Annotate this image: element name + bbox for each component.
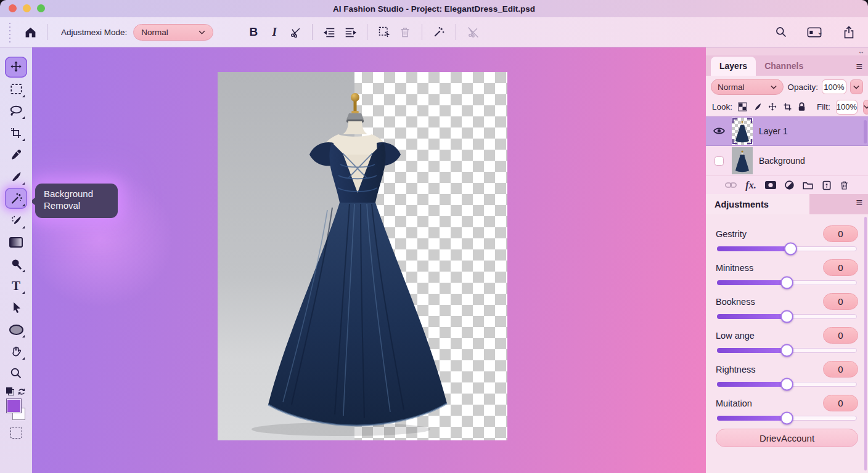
slider-thumb[interactable] — [780, 378, 793, 391]
rightness-slider[interactable] — [717, 382, 857, 387]
fill-dropdown-button[interactable] — [863, 100, 868, 115]
opacity-value[interactable]: 100% — [822, 79, 846, 94]
text-tool[interactable]: T — [5, 275, 27, 296]
slider-thumb[interactable] — [780, 310, 793, 323]
muitation-slider[interactable] — [717, 416, 857, 421]
lasso-tool[interactable] — [5, 100, 27, 121]
slider-value[interactable]: 0 — [823, 361, 858, 378]
gradient-tool[interactable] — [5, 232, 27, 253]
swap-colors-icon[interactable] — [17, 387, 26, 396]
new-layer-button[interactable] — [822, 180, 831, 190]
hand-tool[interactable] — [5, 341, 27, 362]
foreground-color-swatch[interactable] — [7, 399, 21, 413]
delete-button[interactable] — [395, 22, 416, 42]
share-button[interactable] — [838, 22, 859, 42]
new-group-button[interactable] — [803, 181, 813, 190]
visibility-eye-icon[interactable] — [712, 127, 726, 135]
default-colors-icon[interactable] — [6, 387, 14, 395]
search-button[interactable] — [771, 22, 792, 42]
ellipse-icon — [9, 325, 23, 335]
layer-thumbnail[interactable] — [732, 147, 753, 174]
zoom-window-button[interactable] — [37, 4, 45, 12]
blend-mode-value: Normal — [718, 83, 745, 92]
slider-thumb[interactable] — [780, 344, 793, 357]
slider-thumb[interactable] — [780, 277, 793, 289]
collapse-panel-icon[interactable]: ↔ — [858, 48, 864, 55]
italic-button[interactable]: I — [264, 22, 285, 42]
marquee-icon — [10, 83, 23, 95]
chevron-down-icon: ⌄ — [817, 28, 823, 36]
eyedropper-tool[interactable] — [5, 144, 27, 165]
layer-thumbnail[interactable] — [732, 118, 753, 145]
bookness-slider[interactable] — [717, 314, 857, 319]
indent-left-button[interactable] — [319, 22, 340, 42]
slider-value[interactable]: 0 — [823, 225, 858, 242]
slider-value[interactable]: 0 — [823, 395, 858, 411]
tab-layers[interactable]: Layers — [711, 57, 756, 76]
minimize-button[interactable] — [23, 4, 31, 12]
zoom-tool[interactable] — [5, 363, 27, 384]
lock-all-button[interactable] — [798, 102, 806, 111]
layer-mask-button[interactable] — [765, 181, 776, 189]
blur-tool[interactable] — [5, 254, 27, 275]
brush-icon — [753, 102, 762, 111]
home-button[interactable] — [20, 22, 41, 42]
document-canvas[interactable] — [218, 72, 507, 440]
magic-wand-button[interactable] — [428, 22, 449, 42]
tab-channels[interactable]: Channels — [756, 57, 812, 76]
adjustment-layer-button[interactable] — [785, 180, 794, 190]
driev-account-button[interactable]: DrievAccount — [716, 429, 858, 447]
visibility-checkbox[interactable] — [712, 156, 726, 166]
scissors-disabled-button[interactable] — [462, 22, 483, 42]
layer-row-background[interactable]: Background — [706, 146, 868, 176]
panel-layout-button[interactable]: ⌄ — [800, 22, 830, 42]
slider-thumb[interactable] — [784, 243, 797, 256]
close-button[interactable] — [9, 4, 17, 12]
slider-value[interactable]: 0 — [823, 293, 858, 310]
delete-layer-button[interactable] — [840, 180, 849, 190]
bold-button[interactable]: B — [243, 22, 264, 42]
adjustments-title: Adjustments — [706, 194, 809, 214]
crop-tool[interactable] — [5, 123, 27, 144]
low-ange-slider[interactable] — [717, 348, 857, 353]
scissors-button[interactable] — [285, 22, 306, 42]
ellipse-tool[interactable] — [5, 319, 27, 340]
panel-menu-icon[interactable]: ≡ — [856, 61, 868, 76]
lock-paint-button[interactable] — [753, 102, 762, 111]
indent-right-button[interactable] — [340, 22, 361, 42]
adjustment-mode-select[interactable]: Normal — [133, 24, 213, 41]
mixer-brush-tool[interactable] — [5, 210, 27, 231]
brush-tool[interactable] — [5, 166, 27, 187]
gradient-icon — [9, 237, 23, 248]
slider-thumb[interactable] — [780, 412, 793, 425]
minitness-slider[interactable] — [717, 280, 857, 285]
blend-mode-select[interactable]: Normal — [711, 79, 784, 95]
layers-scrollbar[interactable] — [864, 120, 867, 144]
cursor-icon — [10, 301, 22, 314]
lock-artboard-button[interactable] — [783, 102, 792, 111]
layer-row-layer1[interactable]: Layer 1 — [706, 116, 868, 146]
layer-effects-button[interactable]: fx. — [745, 180, 756, 191]
magic-wand-icon — [10, 192, 23, 205]
divider — [456, 24, 456, 40]
select-arrow-tool[interactable] — [5, 297, 27, 318]
marquee-tool[interactable] — [5, 79, 27, 100]
canvas-area[interactable]: Background Removal — [32, 47, 706, 473]
select-area-button[interactable] — [374, 22, 395, 42]
slider-group-minitness: Minitness 0 — [716, 259, 858, 285]
color-swatches[interactable] — [5, 399, 27, 420]
link-layers-button[interactable] — [725, 182, 737, 188]
move-tool[interactable] — [5, 57, 27, 78]
selection-mode-button[interactable] — [5, 422, 27, 443]
blur-icon — [10, 258, 22, 270]
lock-transparency-button[interactable] — [738, 102, 747, 111]
gestrity-slider[interactable] — [717, 246, 857, 251]
adjustments-scrollbar[interactable] — [864, 217, 867, 471]
slider-value[interactable]: 0 — [823, 259, 858, 276]
fill-value[interactable]: 100% — [836, 100, 858, 115]
opacity-dropdown-button[interactable] — [850, 79, 863, 94]
background-removal-wand-tool[interactable] — [5, 188, 27, 209]
adjustments-menu-icon[interactable]: ≡ — [856, 197, 868, 212]
lock-position-button[interactable] — [768, 102, 777, 112]
slider-value[interactable]: 0 — [823, 327, 858, 344]
